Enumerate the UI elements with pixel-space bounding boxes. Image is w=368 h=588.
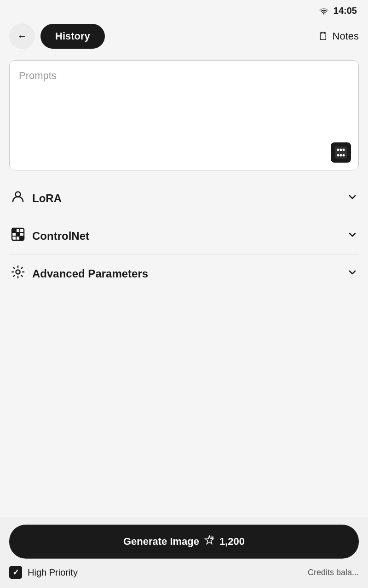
- advanced-section[interactable]: Advanced Parameters: [9, 255, 359, 292]
- history-label: History: [55, 30, 90, 42]
- back-icon: ←: [17, 30, 27, 42]
- lora-left: LoRA: [11, 190, 62, 207]
- high-priority-label: High Priority: [28, 567, 78, 578]
- lora-section[interactable]: LoRA: [9, 180, 359, 217]
- advanced-left: Advanced Parameters: [11, 265, 148, 282]
- chevron-down-icon-3: [348, 268, 357, 277]
- header: ← History 🗒 Notes: [0, 20, 368, 57]
- advanced-icon: [11, 265, 25, 282]
- svg-rect-15: [16, 232, 20, 236]
- notes-button[interactable]: 🗒 Notes: [318, 30, 359, 43]
- checkbox-check-icon: ✓: [12, 567, 19, 577]
- svg-point-2: [340, 149, 342, 151]
- notes-label: Notes: [333, 30, 359, 42]
- prompts-container[interactable]: Prompts: [9, 60, 359, 170]
- notes-icon: 🗒: [318, 30, 329, 43]
- gear-icon: [11, 265, 25, 279]
- svg-point-1: [337, 149, 339, 151]
- svg-point-6: [343, 154, 345, 157]
- dice-icon: [334, 146, 347, 159]
- controlnet-section[interactable]: ControlNet: [9, 217, 359, 255]
- lora-chevron-icon: [348, 192, 357, 204]
- status-bar: 14:05: [0, 0, 368, 20]
- lora-icon: [11, 190, 25, 207]
- status-time: 14:05: [334, 6, 357, 16]
- wifi-icon: [319, 7, 329, 15]
- generate-cost: 1,200: [219, 536, 245, 548]
- dice-button[interactable]: [331, 142, 351, 163]
- header-left: ← History: [9, 23, 105, 49]
- svg-point-16: [16, 270, 20, 274]
- svg-point-5: [340, 154, 342, 157]
- advanced-label: Advanced Parameters: [32, 267, 148, 280]
- generate-label: Generate Image: [123, 536, 199, 548]
- bottom-bar: Generate Image 1,200 ✓ High Priority Cre…: [0, 517, 368, 588]
- controlnet-label: ControlNet: [32, 230, 89, 243]
- svg-rect-14: [20, 236, 24, 240]
- generate-icon: [204, 535, 215, 548]
- controlnet-icon: [11, 227, 25, 244]
- back-button[interactable]: ←: [9, 23, 35, 49]
- lora-person-icon: [11, 190, 25, 204]
- svg-rect-0: [335, 147, 347, 158]
- svg-point-4: [337, 154, 339, 157]
- high-priority-checkbox[interactable]: ✓: [9, 566, 22, 579]
- advanced-chevron-icon: [348, 268, 357, 279]
- history-button[interactable]: History: [40, 24, 105, 49]
- controlnet-grid-icon: [11, 227, 25, 241]
- lora-label: LoRA: [32, 192, 62, 205]
- svg-rect-13: [12, 228, 16, 232]
- svg-point-3: [343, 149, 345, 151]
- bottom-row: ✓ High Priority Credits bala...: [9, 566, 359, 579]
- chevron-down-icon: [348, 192, 357, 202]
- generate-button[interactable]: Generate Image 1,200: [9, 525, 359, 559]
- prompts-placeholder: Prompts: [19, 70, 57, 81]
- chevron-down-icon-2: [348, 230, 357, 239]
- high-priority-left: ✓ High Priority: [9, 566, 78, 579]
- controlnet-left: ControlNet: [11, 227, 89, 244]
- credits-balance-label: Credits bala...: [308, 568, 359, 577]
- main-content: Prompts LoRA: [0, 57, 368, 301]
- controlnet-chevron-icon: [348, 230, 357, 242]
- sparkle-icon: [204, 535, 215, 546]
